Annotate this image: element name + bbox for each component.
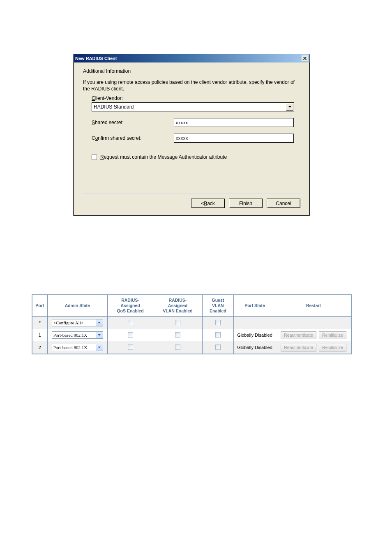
description-text: If you are using remote access policies …	[83, 79, 297, 92]
port-state-value: Globally Disabled	[233, 329, 276, 341]
combobox-arrow[interactable]	[286, 103, 293, 111]
finish-button[interactable]: Finish	[229, 199, 263, 208]
admin-state-dropdown[interactable]: Port-based 802.1X	[52, 344, 103, 351]
separator	[82, 193, 301, 194]
table-row: 2 Port-based 802.1X Globally Disabled Re…	[32, 341, 351, 354]
new-radius-client-dialog: New RADIUS Client Additional Information…	[73, 54, 310, 216]
port-number: 2	[32, 341, 47, 354]
shared-secret-label: Shared secret:	[92, 120, 174, 125]
chevron-down-icon	[98, 334, 101, 336]
guest-vlan-checkbox[interactable]	[215, 345, 221, 350]
close-button[interactable]	[302, 56, 308, 61]
reinitialize-button[interactable]: Reinitialize	[319, 331, 346, 339]
cancel-button[interactable]: Cancel	[267, 199, 300, 208]
port-state-value	[233, 317, 276, 329]
dropdown-arrow[interactable]	[96, 344, 103, 351]
table-row: 1 Port-based 802.1X Globally Disabled Re…	[32, 329, 351, 341]
chevron-down-icon	[98, 347, 101, 348]
chevron-down-icon	[288, 106, 291, 108]
confirm-secret-label: Confirm shared secret:	[92, 135, 174, 141]
confirm-secret-input[interactable]: xxxxx	[174, 134, 294, 143]
restart-cell	[276, 317, 351, 329]
guest-vlan-checkbox[interactable]	[215, 320, 221, 325]
header-admin-state: Admin State	[47, 295, 107, 317]
close-icon	[303, 57, 307, 60]
port-state-value: Globally Disabled	[233, 341, 276, 354]
header-port-state: Port State	[233, 295, 276, 317]
port-number: *	[32, 317, 47, 329]
radius-vlan-checkbox[interactable]	[175, 345, 180, 350]
port-config-table: Port Admin State RADIUS- Assigned QoS En…	[32, 294, 352, 354]
radius-qos-checkbox[interactable]	[128, 332, 133, 338]
admin-state-dropdown[interactable]: <Configure All>	[52, 319, 103, 326]
request-authenticator-label: Request must contain the Message Authent…	[100, 154, 227, 160]
titlebar: New RADIUS Client	[74, 54, 309, 62]
dropdown-arrow[interactable]	[96, 319, 103, 326]
reauthenticate-button[interactable]: Reauthenticate	[281, 331, 316, 339]
radius-vlan-checkbox[interactable]	[175, 320, 180, 325]
radius-qos-checkbox[interactable]	[128, 345, 133, 350]
radius-qos-checkbox[interactable]	[128, 320, 133, 325]
header-radius-vlan: RADIUS- Assigned VLAN Enabled	[153, 295, 203, 317]
window-title: New RADIUS Client	[75, 56, 302, 61]
header-guest-vlan: Guest VLAN Enabled	[202, 295, 233, 317]
reinitialize-button[interactable]: Reinitialize	[319, 344, 346, 352]
client-vendor-combobox[interactable]: RADIUS Standard	[92, 102, 294, 111]
request-authenticator-checkbox[interactable]	[92, 155, 97, 160]
header-port: Port	[32, 295, 47, 317]
radius-vlan-checkbox[interactable]	[175, 332, 180, 338]
dropdown-arrow[interactable]	[96, 332, 103, 338]
section-title: Additional Information	[83, 68, 301, 74]
admin-state-dropdown[interactable]: Port-based 802.1X	[52, 331, 103, 339]
header-radius-qos: RADIUS- Assigned QoS Enabled	[107, 295, 153, 317]
table-row: * <Configure All>	[32, 317, 351, 329]
back-button[interactable]: < Back	[191, 199, 225, 208]
guest-vlan-checkbox[interactable]	[215, 332, 221, 338]
client-vendor-label: Client-Vendor:	[92, 95, 301, 101]
chevron-down-icon	[98, 322, 101, 324]
shared-secret-input[interactable]: xxxxx	[174, 118, 294, 127]
reauthenticate-button[interactable]: Reauthenticate	[281, 344, 316, 352]
header-restart: Restart	[276, 295, 351, 317]
port-number: 1	[32, 329, 47, 341]
client-vendor-value: RADIUS Standard	[94, 104, 134, 110]
